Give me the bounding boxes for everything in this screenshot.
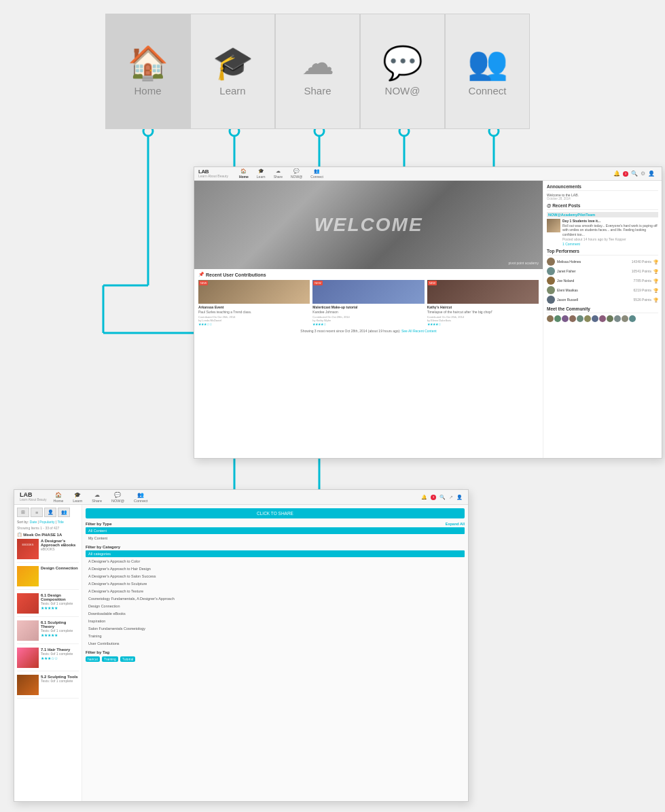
user-icon-2: 👤	[456, 495, 463, 500]
browser-nav-learn[interactable]: 🎓 Learn	[257, 169, 266, 179]
filter-my-content[interactable]: My Content	[86, 535, 465, 542]
click-to-share-btn[interactable]: CLICK TO SHARE	[86, 508, 465, 518]
content-item-4[interactable]: 6.1 Sculpting Theory Tests: 0of 1 comple…	[17, 620, 79, 644]
content-stars-5: ★★★☆☆	[41, 656, 79, 660]
filter-by-tag: Filter by Tag haircut Training Tutorial	[86, 650, 465, 663]
filter-cat-8[interactable]: Downloadable eBooks	[86, 610, 465, 617]
contributions-title: 📌 Recent User Contributions	[198, 272, 539, 277]
hero-text: WELCOME	[314, 214, 423, 236]
filter-tab-grid[interactable]: ⊞	[17, 508, 29, 517]
performer-name-5: Jason Russell	[557, 298, 632, 302]
sort-date[interactable]: Date	[30, 520, 37, 524]
content-title-3: 6.1 Design Composition	[41, 593, 79, 601]
filter-all-content[interactable]: All Content	[86, 527, 465, 534]
performer-points-4: 6219 Points	[634, 288, 651, 292]
sort-popularity[interactable]: Popularity	[39, 520, 54, 524]
community-av-8	[599, 315, 606, 322]
sort-title[interactable]: Title	[58, 520, 64, 524]
content-item-6[interactable]: 5.2 Sculpting Tools Tests: 0of 1 complet…	[17, 675, 79, 699]
filter-cat-10[interactable]: Salon Fundamentals Cosmetology	[86, 625, 465, 632]
browser-sidebar: Announcements Welcome to the LAB. Octobe…	[543, 181, 662, 458]
filter-cat-2[interactable]: A Designer's Approach to Hair Design	[86, 565, 465, 572]
bell-icon-2: 🔔	[421, 495, 427, 500]
content-item-1[interactable]: EBOOKS A Designer's Approach eBooks eBOO…	[17, 539, 79, 563]
filter-tag-header: Filter by Tag	[86, 650, 465, 654]
performer-5: Jason Russell 5526 Points 🏆	[547, 296, 658, 304]
performer-1: Melissa Holmes 14340 Points 🏆	[547, 258, 658, 266]
performer-avatar-1	[547, 258, 555, 266]
browser2-learn[interactable]: 🎓 Learn	[73, 492, 82, 503]
community-avatars	[547, 315, 658, 322]
contrib-desc-3: Timelapse of the haircut after 'the big …	[427, 310, 539, 314]
community-av-4	[569, 315, 576, 322]
trophy-3: 🏆	[653, 279, 658, 283]
content-thumb-4	[17, 620, 39, 641]
filter-type-title: Filter by Type	[86, 522, 112, 526]
filter-cat-5[interactable]: A Designer's Approach to Texture	[86, 588, 465, 595]
nav-item-connect[interactable]: 👥 Connect	[445, 14, 530, 129]
user-icon-sm: 👤	[648, 171, 655, 177]
filter-cat-12[interactable]: User Contributions	[86, 640, 465, 647]
nav-item-home[interactable]: 🏠 Home	[105, 14, 190, 129]
sort-bar: Sort by: Date | Popularity | Title	[17, 520, 79, 524]
filter-tab-user[interactable]: 👤	[44, 508, 56, 517]
filter-tab-list[interactable]: ≡	[31, 508, 43, 517]
browser2-connect-icon: 👥	[137, 492, 144, 498]
browser2-learn-icon: 🎓	[74, 492, 81, 498]
content-thumb-1: EBOOKS	[17, 539, 39, 559]
community-title: Meet the Community	[547, 306, 658, 313]
content-item-3[interactable]: 6.1 Design Composition Tests: 0of 1 comp…	[17, 593, 79, 617]
filter-cat-9[interactable]: Inspiration	[86, 618, 465, 624]
nav-item-learn[interactable]: 🎓 Learn	[190, 14, 275, 129]
filter-tab-users[interactable]: 👥	[58, 508, 70, 517]
browser-nav-connect[interactable]: 👥 Connect	[310, 169, 323, 179]
contrib-card-2: NEW Malerticast Make-up tutorial Kandee …	[312, 280, 424, 326]
filter-cat-4[interactable]: A Designer's Approach to Sculpture	[86, 580, 465, 587]
expand-all-btn[interactable]: Expand All	[446, 522, 465, 526]
community-av-10	[614, 315, 621, 322]
browser2-connect[interactable]: 👥 Connect	[134, 492, 148, 503]
content-item-5[interactable]: 7.1 Hair Theory Tests: 0of 1 complete ★★…	[17, 648, 79, 671]
new-badge-3: NEW	[428, 281, 437, 285]
content-title-4: 6.1 Sculpting Theory	[41, 620, 79, 629]
content-item-2[interactable]: Design Connection	[17, 566, 79, 590]
trophy-2: 🏆	[653, 269, 658, 274]
browser-nav-share[interactable]: ☁ Share	[274, 169, 283, 179]
performer-points-2: 10541 Points	[632, 269, 651, 273]
filter-cat-11[interactable]: Training	[86, 633, 465, 639]
filter-cat-6[interactable]: Cosmetology Fundamentals, A Designer's A…	[86, 595, 465, 602]
post-handle: NOW@AcademyPilotTeam	[547, 212, 658, 217]
trophy-5: 🏆	[653, 298, 658, 302]
trophy-4: 🏆	[653, 288, 658, 293]
search-icon-2: 🔍	[439, 495, 446, 500]
browser2-home-icon: 🏠	[55, 492, 62, 498]
contrib-stars-3: ★★★★☆	[427, 322, 539, 326]
browser-nav-right: 🔔 3 🔍 ⚙ 👤	[613, 171, 655, 177]
content-title-1: A Designer's Approach eBooks	[41, 539, 79, 547]
connect-icon: 👥	[467, 47, 508, 80]
browser2-home[interactable]: 🏠 Home	[54, 492, 64, 503]
browser-learn-label: Learn	[257, 175, 266, 179]
filter-cat-7[interactable]: Design Connection	[86, 603, 465, 610]
nav-learn-label: Learn	[219, 85, 245, 96]
announcements-title: Announcements	[547, 184, 658, 191]
browser-nav-nowat[interactable]: 💬 NOW@	[291, 169, 302, 179]
tag-tutorial[interactable]: Tutorial	[120, 656, 136, 662]
contrib-title-1: Arkansas Event	[198, 305, 310, 309]
performer-points-5: 5526 Points	[634, 298, 651, 302]
browser2-topbar: LAB Learn About Beauty 🏠 Home 🎓 Learn ☁ …	[14, 490, 468, 505]
browser2-nowat[interactable]: 💬 NOW@	[111, 492, 124, 503]
tag-training[interactable]: Training	[102, 656, 118, 662]
nav-item-share[interactable]: ☁ Share	[275, 14, 360, 129]
filter-cat-3[interactable]: A Designer's Approach to Salon Success	[86, 573, 465, 580]
see-all-link[interactable]: See All Recent Content	[401, 329, 437, 333]
browser2-share[interactable]: ☁ Share	[92, 492, 102, 503]
filter-cat-1[interactable]: A Designer's Approach to Color	[86, 558, 465, 565]
contrib-desc-2: Kandee Johnson	[312, 310, 424, 314]
browser-nav-home[interactable]: 🏠 Home	[239, 169, 249, 179]
browser-home-label: Home	[239, 175, 249, 179]
filter-cat-all[interactable]: All categories	[86, 550, 465, 557]
content-info-6: 5.2 Sculpting Tools Tests: 0of 1 complet…	[41, 675, 79, 683]
nav-item-nowat[interactable]: 💬 NOW@	[360, 14, 445, 129]
tag-haircut[interactable]: haircut	[86, 656, 100, 662]
